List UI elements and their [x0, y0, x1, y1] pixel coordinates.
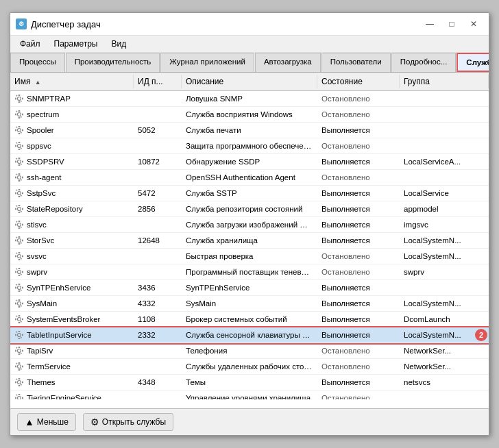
svg-rect-138 — [16, 394, 17, 395]
row-name-cell: StorSvc — [10, 233, 134, 248]
row-desc: Служба печати — [182, 123, 317, 138]
service-icon — [14, 110, 24, 119]
table-row[interactable]: Spooler5052Служба печатиВыполняется — [10, 123, 489, 138]
svg-rect-3 — [22, 98, 23, 100]
maximize-button[interactable]: □ — [442, 17, 461, 31]
svg-rect-40 — [16, 173, 17, 175]
svg-rect-63 — [19, 236, 21, 238]
table-row[interactable]: SystemEventsBroker1108Брокер системных с… — [10, 312, 489, 327]
tab-users[interactable]: Пользователи — [321, 53, 391, 72]
service-icon — [14, 141, 24, 151]
row-desc: Обнаружение SSDP — [182, 154, 317, 169]
table-row[interactable]: SstpSvc5472Служба SSTPВыполняетсяLocalSe… — [10, 186, 489, 201]
table-row[interactable]: TabletInputService2332Служба сенсорной к… — [10, 327, 489, 343]
table-row[interactable]: TieringEngineServiceУправление уровнями … — [10, 390, 489, 399]
tab-details[interactable]: Подробнос... — [391, 53, 457, 72]
table-row[interactable]: stisvcСлужба загрузки изображений Wi...В… — [10, 217, 489, 233]
svg-rect-106 — [19, 338, 21, 339]
svg-point-67 — [18, 239, 21, 242]
col-group[interactable]: Группа — [400, 75, 489, 88]
row-name: SysMain — [27, 297, 57, 310]
menu-view[interactable]: Вид — [104, 37, 133, 51]
row-name: StateRepository — [27, 203, 83, 215]
menu-file[interactable]: Файл — [13, 37, 47, 51]
close-button[interactable]: ✕ — [464, 17, 483, 31]
svg-rect-115 — [22, 350, 23, 352]
table-row[interactable]: TapiSrvТелефонияОстановленоNetworkSer... — [10, 343, 489, 359]
row-pid — [134, 217, 182, 232]
col-pid[interactable]: ИД п... — [134, 75, 182, 88]
svg-rect-19 — [16, 126, 17, 127]
table-row[interactable]: SSDPSRV10872Обнаружение SSDPВыполняетсяL… — [10, 154, 489, 170]
svg-rect-122 — [22, 366, 23, 368]
svg-point-102 — [18, 318, 21, 321]
svg-rect-62 — [21, 226, 22, 227]
row-name-cell: stisvc — [10, 217, 134, 232]
svg-rect-61 — [16, 221, 17, 222]
tab-app-history[interactable]: Журнал приложений — [160, 53, 254, 72]
col-status[interactable]: Состояние — [317, 75, 400, 88]
svg-point-39 — [18, 176, 21, 179]
row-name: svsvc — [27, 250, 47, 262]
row-name: SSDPSRV — [27, 155, 64, 168]
table-row[interactable]: swprvПрограммный поставщик теневог...Ост… — [10, 264, 489, 280]
tab-services[interactable]: Службы 1 — [457, 53, 489, 72]
window-title: Диспетчер задач — [31, 19, 101, 29]
service-icon — [14, 188, 24, 198]
open-services-button[interactable]: ⚙ Открыть службы — [83, 413, 173, 431]
svg-point-25 — [18, 145, 21, 148]
svg-rect-114 — [15, 350, 16, 352]
row-name: StorSvc — [27, 234, 54, 247]
row-name: SystemEventsBroker — [27, 313, 100, 325]
table-row[interactable]: sppsvcЗащита программного обеспечен...Ос… — [10, 138, 489, 154]
row-group — [400, 280, 489, 295]
col-name[interactable]: Имя ▲ — [10, 75, 134, 88]
row-status: Выполняется — [317, 154, 400, 169]
table-row[interactable]: Themes4348ТемыВыполняетсяnetsvcs — [10, 375, 489, 390]
svg-rect-21 — [19, 142, 21, 143]
menu-parameters[interactable]: Параметры — [47, 37, 105, 51]
svg-rect-111 — [21, 336, 22, 338]
row-name: SynTPEnhService — [27, 282, 90, 294]
table-row[interactable]: SysMain4332SysMainВыполняетсяLocalSystem… — [10, 296, 489, 312]
table-row[interactable]: SynTPEnhService3436SynTPEnhServiceВыполн… — [10, 280, 489, 296]
svg-rect-92 — [19, 306, 21, 308]
svg-rect-20 — [21, 132, 22, 133]
col-desc[interactable]: Описание — [182, 75, 317, 88]
svg-point-74 — [18, 255, 21, 258]
row-pid — [134, 249, 182, 264]
row-desc: Служба загрузки изображений Wi... — [182, 217, 317, 232]
svg-rect-57 — [19, 227, 21, 229]
tab-processes[interactable]: Процессы — [10, 53, 65, 72]
table-row[interactable]: ssh-agentOpenSSH Authentication AgentОст… — [10, 170, 489, 186]
services-label: Открыть службы — [102, 417, 166, 427]
svg-rect-5 — [16, 95, 17, 96]
svg-rect-24 — [22, 145, 23, 147]
table-row[interactable]: TermServiceСлужбы удаленных рабочих стол… — [10, 359, 489, 375]
row-group: LocalSystemN...2 — [400, 327, 489, 343]
svg-point-137 — [18, 397, 21, 400]
svg-rect-78 — [19, 275, 21, 276]
svg-point-4 — [18, 97, 21, 101]
table-row[interactable]: spectrumСлужба восприятия WindowsОстанов… — [10, 107, 489, 123]
svg-rect-42 — [19, 189, 21, 190]
row-name-cell: sppsvc — [10, 138, 134, 153]
row-pid — [134, 390, 182, 399]
row-group: LocalServiceA... — [400, 154, 489, 169]
services-icon: ⚙ — [90, 416, 99, 427]
table-row[interactable]: svsvcБыстрая проверкаОстановленоLocalSys… — [10, 249, 489, 264]
tab-performance[interactable]: Производительность — [66, 53, 160, 72]
service-icon — [14, 220, 24, 229]
svg-rect-8 — [19, 117, 21, 119]
row-name-cell: TermService — [10, 359, 134, 374]
table-row[interactable]: StateRepository2856Служба репозитория со… — [10, 201, 489, 217]
table-row[interactable]: StorSvc12648Служба хранилищаВыполняетсяL… — [10, 233, 489, 249]
minimize-button[interactable]: — — [420, 17, 439, 31]
tab-startup[interactable]: Автозагрузка — [255, 53, 321, 72]
row-status: Выполняется — [317, 296, 400, 311]
svg-rect-56 — [19, 221, 21, 222]
row-name-cell: SystemEventsBroker — [10, 312, 134, 327]
table-row[interactable]: SNMPTRAPЛовушка SNMPОстановлено — [10, 91, 489, 107]
less-button[interactable]: ▲ Меньше — [17, 413, 76, 431]
row-name-cell: SNMPTRAP — [10, 91, 134, 106]
